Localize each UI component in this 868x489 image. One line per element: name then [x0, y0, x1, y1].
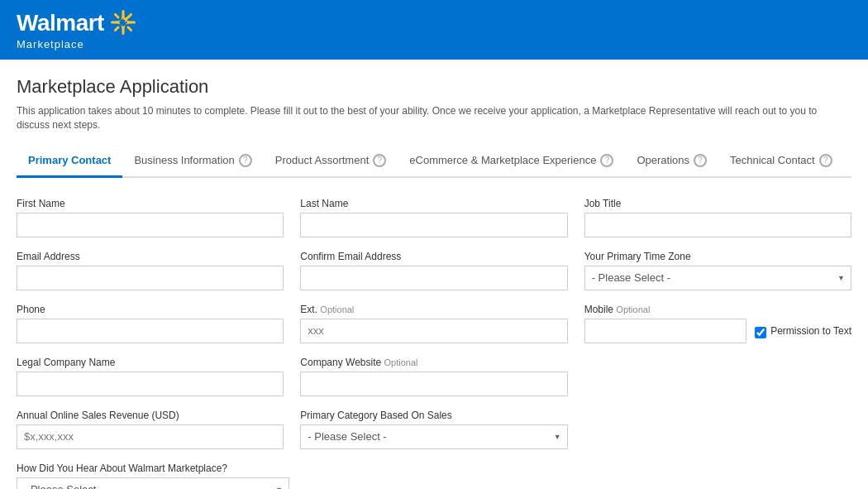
primary-category-select[interactable]: - Please Select -: [300, 424, 567, 449]
first-name-input[interactable]: [17, 213, 284, 237]
form-row-1: First Name Last Name Job Title: [17, 198, 851, 237]
logo-walmart-text: Walmart: [17, 12, 104, 35]
primary-category-group: Primary Category Based On Sales - Please…: [300, 410, 567, 449]
last-name-group: Last Name: [300, 198, 567, 237]
phone-input[interactable]: [17, 319, 284, 343]
confirm-email-group: Confirm Email Address: [300, 251, 567, 290]
email-input[interactable]: [17, 266, 284, 290]
svg-rect-5: [122, 10, 124, 17]
timezone-group: Your Primary Time Zone - Please Select -: [584, 251, 851, 290]
primary-contact-form: First Name Last Name Job Title Email Add…: [17, 198, 851, 489]
logo-marketplace-text: Marketplace: [17, 38, 84, 50]
job-title-group: Job Title: [584, 198, 851, 237]
company-website-label: Company Website Optional: [300, 357, 567, 368]
tab-business-information-icon: ?: [239, 154, 252, 167]
tab-primary-contact[interactable]: Primary Contact: [17, 147, 122, 178]
ext-group: Ext. Optional: [300, 304, 567, 343]
spark-icon: [109, 8, 137, 36]
timezone-label: Your Primary Time Zone: [584, 251, 851, 262]
tab-ecommerce[interactable]: eCommerce & Marketplace Experience ?: [398, 147, 625, 178]
permission-text-checkbox[interactable]: [755, 327, 766, 338]
phone-group: Phone: [17, 304, 284, 343]
svg-rect-9: [122, 28, 124, 35]
phone-label: Phone: [17, 304, 284, 315]
mobile-label: Mobile Optional: [584, 304, 747, 315]
timezone-select[interactable]: - Please Select -: [584, 266, 851, 290]
mobile-input[interactable]: [584, 319, 747, 343]
mobile-group: Mobile Optional: [584, 304, 747, 343]
legal-company-input[interactable]: [17, 372, 284, 396]
svg-rect-6: [126, 12, 133, 19]
svg-rect-12: [113, 12, 120, 19]
header: Walmart: [0, 0, 868, 60]
row5-spacer: [584, 410, 851, 449]
row4-spacer: [584, 357, 851, 396]
how-hear-group: How Did You Hear About Walmart Marketpla…: [17, 463, 289, 489]
tab-bar: Primary Contact Business Information ? P…: [17, 147, 851, 178]
primary-category-label: Primary Category Based On Sales: [300, 410, 567, 421]
page-title: Marketplace Application: [17, 76, 851, 98]
email-label: Email Address: [17, 251, 284, 262]
timezone-select-wrapper: - Please Select -: [584, 266, 851, 290]
svg-rect-7: [129, 21, 136, 23]
logo: Walmart: [17, 10, 137, 50]
svg-rect-11: [111, 21, 117, 23]
tab-product-assortment-icon: ?: [373, 154, 386, 167]
job-title-label: Job Title: [584, 198, 851, 209]
form-row-3: Phone Ext. Optional Mobile Optional: [17, 304, 851, 343]
how-hear-select-wrapper: - Please Select -: [17, 477, 289, 489]
svg-rect-10: [113, 25, 120, 31]
last-name-input[interactable]: [300, 213, 567, 237]
company-website-input[interactable]: [300, 372, 567, 396]
main-content: Marketplace Application This application…: [0, 60, 868, 489]
tab-technical-contact-label: Technical Contact: [730, 154, 815, 166]
tab-ecommerce-icon: ?: [600, 154, 613, 167]
how-hear-select[interactable]: - Please Select -: [17, 477, 289, 489]
permission-text-label: Permission to Text: [770, 325, 851, 337]
svg-rect-8: [126, 25, 133, 31]
first-name-group: First Name: [17, 198, 284, 237]
confirm-email-label: Confirm Email Address: [300, 251, 567, 262]
ext-input[interactable]: [300, 319, 567, 343]
tab-business-information-label: Business Information: [134, 154, 234, 166]
annual-sales-input[interactable]: [17, 424, 284, 449]
annual-sales-label: Annual Online Sales Revenue (USD): [17, 410, 284, 421]
legal-company-label: Legal Company Name: [17, 357, 284, 368]
permission-text-group: Permission to Text: [755, 325, 851, 343]
tab-technical-contact[interactable]: Technical Contact ?: [718, 147, 844, 178]
confirm-email-input[interactable]: [300, 266, 567, 290]
tab-ecommerce-label: eCommerce & Marketplace Experience: [409, 154, 596, 166]
form-row-2: Email Address Confirm Email Address Your…: [17, 251, 851, 290]
form-row-6: How Did You Hear About Walmart Marketpla…: [17, 463, 851, 489]
page-subtitle: This application takes about 10 minutes …: [17, 104, 851, 132]
email-group: Email Address: [17, 251, 284, 290]
form-row-4: Legal Company Name Company Website Optio…: [17, 357, 851, 396]
annual-sales-group: Annual Online Sales Revenue (USD): [17, 410, 284, 449]
tab-operations[interactable]: Operations ?: [625, 147, 718, 178]
legal-company-group: Legal Company Name: [17, 357, 284, 396]
tab-operations-icon: ?: [694, 154, 707, 167]
form-row-5: Annual Online Sales Revenue (USD) Primar…: [17, 410, 851, 449]
tab-technical-contact-icon: ?: [819, 154, 832, 167]
tab-business-information[interactable]: Business Information ?: [122, 147, 263, 178]
company-website-group: Company Website Optional: [300, 357, 567, 396]
job-title-input[interactable]: [584, 213, 851, 237]
tab-product-assortment[interactable]: Product Assortment ?: [264, 147, 398, 178]
last-name-label: Last Name: [300, 198, 567, 209]
mobile-permission-group: Mobile Optional Permission to Text: [584, 304, 851, 343]
tab-operations-label: Operations: [637, 154, 689, 166]
how-hear-label: How Did You Hear About Walmart Marketpla…: [17, 463, 289, 474]
ext-label: Ext. Optional: [300, 304, 567, 315]
tab-primary-contact-label: Primary Contact: [28, 154, 111, 166]
first-name-label: First Name: [17, 198, 284, 209]
tab-product-assortment-label: Product Assortment: [275, 154, 369, 166]
primary-category-select-wrapper: - Please Select -: [300, 424, 567, 449]
